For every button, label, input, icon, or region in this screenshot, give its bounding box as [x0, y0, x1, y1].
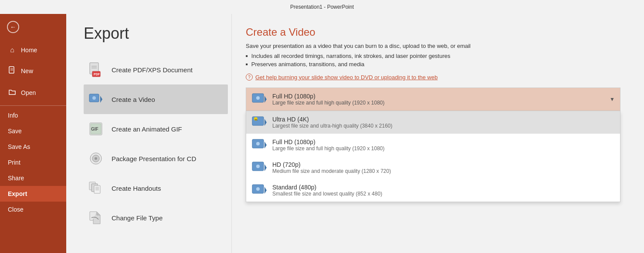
dropdown-list: 4K Ultra HD (4K) Largest file size and u…: [246, 111, 620, 202]
dropdown-arrow-icon: ▼: [610, 96, 615, 102]
option-standard-icon: [251, 182, 267, 198]
dropdown-selected-icon: [251, 91, 267, 107]
export-item-package[interactable]: Package Presentation for CD: [84, 144, 228, 173]
sidebar-item-label: New: [21, 67, 33, 74]
svg-rect-27: [252, 117, 264, 125]
gif-icon: GIF: [87, 120, 105, 138]
right-panel: Create a Video Save your presentation as…: [232, 14, 644, 253]
export-item-handouts-label: Create Handouts: [112, 185, 161, 192]
dropdown-selected-text: Full HD (1080p) Large file size and full…: [272, 93, 385, 106]
export-item-package-label: Package Presentation for CD: [112, 155, 196, 162]
bullet-list: Includes all recorded timings, narration…: [246, 52, 630, 68]
svg-marker-38: [264, 187, 267, 194]
svg-text:4K: 4K: [254, 118, 258, 121]
home-icon: ⌂: [8, 46, 17, 54]
option-standard-desc: Smallest file size and lowest quality (8…: [272, 191, 382, 197]
bullet-item-1: Includes all recorded timings, narration…: [246, 52, 630, 60]
sidebar-item-label: Home: [21, 47, 37, 54]
svg-point-39: [256, 187, 260, 191]
handouts-icon: [87, 179, 105, 197]
option-standard-label: Standard (480p): [272, 184, 382, 191]
new-icon: [8, 66, 17, 76]
export-item-handouts[interactable]: Create Handouts: [84, 173, 228, 203]
back-button[interactable]: ←: [0, 14, 66, 40]
video-icon: [87, 91, 105, 108]
export-item-gif[interactable]: GIF Create an Animated GIF: [84, 114, 228, 144]
sidebar-item-info[interactable]: Info: [0, 108, 66, 123]
option-hd-icon: [251, 160, 267, 175]
sidebar-item-home[interactable]: ⌂ Home: [0, 40, 66, 60]
sidebar-item-save[interactable]: Save: [0, 123, 66, 139]
filetype-icon: [87, 209, 105, 226]
export-item-video[interactable]: Create a Video: [84, 84, 228, 114]
svg-text:PDF: PDF: [94, 73, 100, 76]
svg-point-26: [256, 96, 260, 100]
sidebar: ← ⌂ Home New Open Info Save Save As: [0, 14, 66, 253]
svg-marker-28: [264, 119, 267, 126]
dropdown-option-ultra-hd[interactable]: 4K Ultra HD (4K) Largest file size and u…: [246, 111, 620, 134]
bullet-item-2: Preserves animations, transitions, and m…: [246, 60, 630, 68]
sidebar-item-label: Open: [21, 89, 36, 96]
svg-marker-35: [264, 164, 267, 171]
help-link-container: ? Get help burning your slide show video…: [246, 74, 630, 81]
svg-marker-32: [264, 142, 267, 148]
dropdown-selected[interactable]: Full HD (1080p) Large file size and full…: [246, 88, 620, 111]
dropdown-option-full-hd[interactable]: Full HD (1080p) Large file size and full…: [246, 134, 620, 156]
sidebar-item-close[interactable]: Close: [0, 202, 66, 217]
sidebar-divider: [0, 105, 66, 106]
option-ultra-hd-desc: Largest file size and ultra-high quality…: [272, 123, 393, 129]
help-link[interactable]: Get help burning your slide show video t…: [255, 74, 437, 81]
dropdown-selected-label: Full HD (1080p): [272, 93, 385, 100]
open-icon: [8, 88, 17, 98]
export-item-pdf[interactable]: PDF Create PDF/XPS Document: [84, 55, 228, 84]
option-hd-desc: Medium file size and moderate quality (1…: [272, 168, 391, 174]
sidebar-item-print[interactable]: Print: [0, 155, 66, 170]
content-title: Create a Video: [246, 26, 630, 38]
dropdown-option-standard[interactable]: Standard (480p) Smallest file size and l…: [246, 179, 620, 202]
content-description: Save your presentation as a video that y…: [246, 43, 630, 49]
export-title: Export: [84, 24, 231, 43]
middle-panel: Export PDF Create PDF/XPS Document: [66, 14, 232, 253]
svg-point-36: [256, 165, 260, 168]
sidebar-item-export[interactable]: Export: [0, 186, 66, 202]
sidebar-item-open[interactable]: Open: [0, 82, 66, 104]
svg-point-10: [92, 96, 96, 100]
svg-rect-19: [94, 186, 100, 193]
sidebar-item-share[interactable]: Share: [0, 170, 66, 186]
export-item-filetype-label: Change File Type: [112, 214, 163, 222]
title-bar-text: Presentation1 - PowerPoint: [290, 4, 354, 10]
option-full-hd-desc: Large file size and full high quality (1…: [272, 145, 385, 152]
pdf-icon: PDF: [87, 61, 105, 78]
svg-point-16: [95, 157, 97, 160]
svg-text:GIF: GIF: [91, 127, 98, 132]
dropdown-selected-desc: Large file size and full high quality (1…: [272, 100, 385, 106]
option-full-hd-label: Full HD (1080p): [272, 138, 385, 145]
sidebar-item-save-as[interactable]: Save As: [0, 139, 66, 155]
sidebar-item-new[interactable]: New: [0, 60, 66, 82]
option-full-hd-icon: [251, 137, 267, 153]
export-item-gif-label: Create an Animated GIF: [112, 125, 182, 133]
back-icon: ←: [7, 21, 19, 33]
export-item-pdf-label: Create PDF/XPS Document: [112, 66, 193, 74]
option-ultra-hd-icon: 4K: [251, 115, 267, 130]
help-icon: ?: [246, 74, 253, 81]
export-item-video-label: Create a Video: [112, 96, 155, 103]
svg-marker-9: [100, 96, 102, 103]
svg-marker-25: [264, 96, 267, 103]
option-ultra-hd-label: Ultra HD (4K): [272, 116, 393, 123]
export-item-filetype[interactable]: Change File Type: [84, 203, 228, 233]
dropdown-option-hd[interactable]: HD (720p) Medium file size and moderate …: [246, 156, 620, 179]
package-icon: [87, 150, 105, 167]
svg-point-33: [256, 142, 260, 145]
quality-dropdown[interactable]: Full HD (1080p) Large file size and full…: [246, 88, 620, 111]
option-hd-label: HD (720p): [272, 161, 391, 168]
